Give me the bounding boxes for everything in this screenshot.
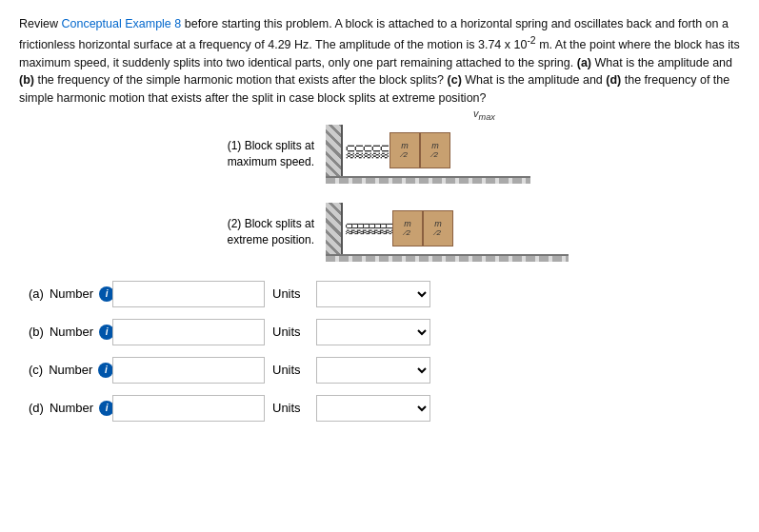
spring-coil-1: ⫉⫉⫉⫉⫉ [343,131,389,169]
row-letter-2: (c) [29,363,43,377]
units-select-0[interactable]: mHzrad/sm/sN/m [316,281,430,307]
input-row-a: (a) Number i Units mHzrad/sm/sN/m [29,281,740,307]
number-input-2[interactable] [112,357,265,384]
row-label-2: (c) Number i [29,363,105,378]
ground-1 [326,176,530,184]
diagram-container: (1) Block splits at maximum speed. vmax … [19,125,740,262]
wall-1 [326,125,343,176]
number-input-1[interactable] [112,319,265,345]
row-letter-3: (d) [29,401,44,415]
scene2: (2) Block splits at extreme position. ⫉⫉… [190,203,569,262]
row-label-1: (b) Number i [29,325,105,340]
row-number-label-1: Number [50,325,93,339]
scene1-label-line2: maximum speed. [228,155,314,168]
units-text-2: Units [272,363,309,377]
row-number-label-3: Number [50,401,93,415]
scene2-label-line2: extreme position. [228,233,314,246]
row-label-0: (a) Number i [29,286,105,302]
intro-text-before: Review [19,17,61,30]
row-number-label-0: Number [50,286,93,301]
block-half-1b: m⁄2 [420,132,450,168]
scene2-spring: ⫉⫉⫉⫉⫉⫉⫉⫉ m⁄2 m⁄2 [326,203,453,254]
vmax-label: vmax [473,108,495,122]
units-text-1: Units [272,325,309,339]
scene2-label-line1: (2) Block splits at [228,217,314,230]
input-row-c: (c) Number i Units mHzrad/sm/sN/m [29,357,740,384]
scene1-label: (1) Block splits at maximum speed. [190,138,314,170]
scene1-visual: vmax ⫉⫉⫉⫉⫉ m⁄2 m⁄2 [326,125,530,184]
row-label-3: (d) Number i [29,401,105,416]
units-text-0: Units [272,286,309,301]
input-row-b: (b) Number i Units mHzrad/sm/sN/m [29,319,740,345]
conceptual-example-link[interactable]: Conceptual Example 8 [61,17,181,30]
scene2-label: (2) Block splits at extreme position. [190,216,314,248]
block-half-2a: m⁄2 [392,210,423,246]
scene2-visual: ⫉⫉⫉⫉⫉⫉⫉⫉ m⁄2 m⁄2 [326,203,569,262]
both-scenes: (1) Block splits at maximum speed. vmax … [190,125,569,262]
input-row-d: (d) Number i Units mHzrad/sm/sN/m [29,395,740,422]
units-text-3: Units [272,401,309,415]
row-number-label-2: Number [49,363,92,377]
number-input-3[interactable] [112,395,265,422]
split-blocks-2: m⁄2 m⁄2 [392,210,453,246]
units-select-1[interactable]: mHzrad/sm/sN/m [316,319,430,345]
units-select-3[interactable]: mHzrad/sm/sN/m [316,395,430,422]
wall-2 [326,203,343,254]
intro-paragraph: Review Conceptual Example 8 before start… [19,15,740,108]
row-letter-1: (b) [29,325,44,339]
input-section: (a) Number i Units mHzrad/sm/sN/m (b) Nu… [19,281,740,422]
ground-2 [326,254,569,262]
units-select-2[interactable]: mHzrad/sm/sN/m [316,357,430,384]
split-blocks-1: m⁄2 m⁄2 [389,132,450,168]
block-half-1a: m⁄2 [389,132,420,168]
number-input-0[interactable] [112,281,265,307]
block-half-2b: m⁄2 [423,210,453,246]
scene1-spring: ⫉⫉⫉⫉⫉ m⁄2 m⁄2 [326,125,450,176]
scene1: (1) Block splits at maximum speed. vmax … [190,125,530,184]
scene1-label-line1: (1) Block splits at [228,139,314,152]
spring-coil-2: ⫉⫉⫉⫉⫉⫉⫉⫉ [343,209,392,247]
row-letter-0: (a) [29,286,44,301]
